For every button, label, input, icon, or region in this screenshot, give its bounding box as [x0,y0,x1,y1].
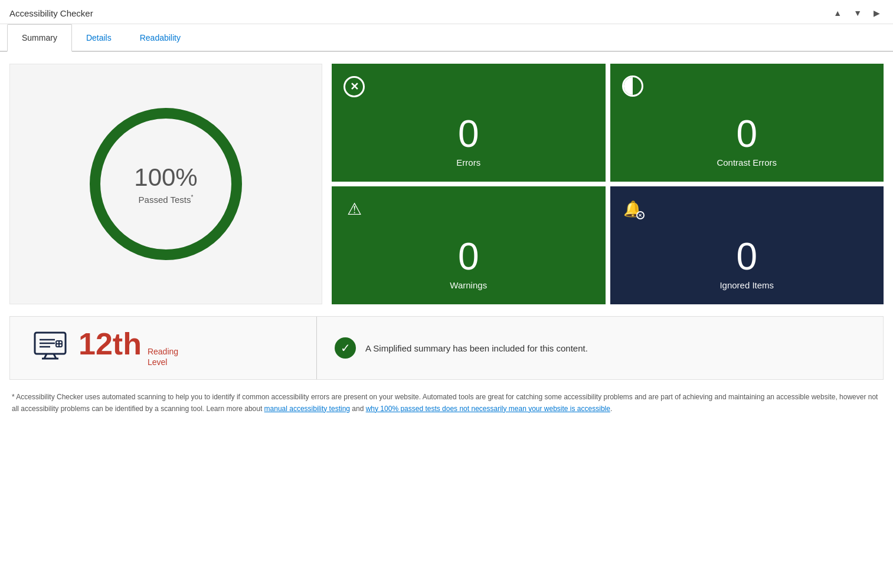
ignored-items-label: Ignored Items [622,280,872,290]
scroll-down-button[interactable]: ▼ [850,7,865,19]
ignored-items-count: 0 [622,238,872,275]
circle-x-icon: ✕ [344,76,365,97]
errors-icon: ✕ [344,75,365,97]
app-title: Accessibility Checker [9,8,93,18]
tab-bar: Summary Details Readability [0,24,893,52]
reading-level-section: 12th Reading Level [10,317,317,379]
reading-level-text: 12th Reading Level [78,329,178,367]
tab-readability[interactable]: Readability [126,24,195,51]
errors-card[interactable]: ✕ 0 Errors [332,64,606,182]
half-circle-icon [622,75,643,97]
contrast-icon [622,75,643,101]
circle-label: Passed Tests* [134,194,197,205]
reading-icon [34,331,67,365]
score-panel: 100% Passed Tests* [9,64,322,304]
ignored-items-card[interactable]: 🔔 ✕ 0 Ignored Items [610,186,884,304]
info-bar: 12th Reading Level ✓ A Simplified summar… [9,316,884,380]
monitor-icon [34,331,67,360]
footer-note: * Accessibility Checker uses automated s… [9,392,884,414]
circle-text: 100% Passed Tests* [134,163,197,205]
warnings-count: 0 [344,238,594,275]
bell-x-icon: 🔔 ✕ [622,198,643,219]
ignored-icon: 🔔 ✕ [622,198,643,219]
contrast-errors-card[interactable]: 0 Contrast Errors [610,64,884,182]
reading-label-lines: Reading Level [148,346,178,367]
circle-percent: 100% [134,163,197,192]
warnings-card[interactable]: ⚠ 0 Warnings [332,186,606,304]
stat-cards-grid: ✕ 0 Errors 0 Contrast Errors ⚠ [332,64,884,304]
triangle-warning-icon: ⚠ [344,198,365,219]
simplified-summary-section: ✓ A Simplified summary has been included… [317,317,883,379]
bell-x-badge: ✕ [636,211,645,219]
manual-testing-link[interactable]: manual accessibility testing [264,405,350,413]
warnings-icon: ⚠ [344,198,365,219]
top-row: 100% Passed Tests* ✕ 0 Errors [9,64,884,304]
why-100-link[interactable]: why 100% passed tests does not necessari… [366,405,610,413]
circle-chart: 100% Passed Tests* [83,101,248,267]
app-header: Accessibility Checker ▲ ▼ ▶ [0,0,893,24]
errors-label: Errors [344,157,594,167]
simplified-summary-text: A Simplified summary has been included f… [365,343,588,353]
check-circle-icon: ✓ [335,337,356,359]
errors-count: 0 [344,115,594,153]
contrast-errors-count: 0 [622,115,872,153]
circle-asterisk: * [191,194,194,201]
warnings-label: Warnings [344,280,594,290]
contrast-errors-label: Contrast Errors [622,157,872,167]
tab-details[interactable]: Details [72,24,126,51]
main-content: 100% Passed Tests* ✕ 0 Errors [0,52,893,426]
expand-button[interactable]: ▶ [870,7,884,19]
reading-grade: 12th [78,329,142,359]
header-controls: ▲ ▼ ▶ [830,7,884,19]
tab-summary[interactable]: Summary [7,24,72,52]
scroll-up-button[interactable]: ▲ [830,7,845,19]
